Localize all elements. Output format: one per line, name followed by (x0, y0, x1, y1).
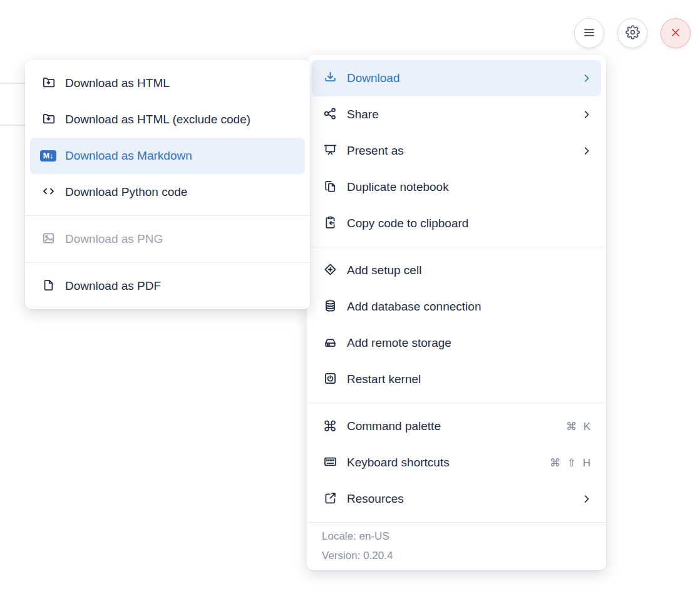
menu-item-label: Share (347, 108, 575, 121)
icon-slot (322, 142, 338, 160)
diamond-plus-icon (322, 262, 338, 280)
menu-item-download-as-html-exclude-code[interactable]: Download as HTML (exclude code) (30, 101, 305, 138)
menu-section: Download as PDF (25, 262, 310, 309)
menu-item-label: Duplicate notebook (347, 180, 592, 194)
presentation-icon (322, 142, 338, 160)
icon-slot: ⌘ (322, 419, 338, 434)
icon-slot (40, 277, 56, 295)
command-icon: ⌘ (323, 419, 337, 434)
settings-button[interactable] (617, 18, 647, 48)
menu-item-label: Download as PDF (65, 279, 296, 293)
menu-item-label: Download as HTML (65, 76, 296, 90)
menu-section: Download as HTMLDownload as HTML (exclud… (25, 60, 310, 215)
menu-item-download-as-pdf[interactable]: Download as PDF (30, 268, 305, 304)
chevron-right-icon (581, 145, 592, 157)
background-rule-bottom (0, 125, 25, 126)
folder-download-icon (41, 111, 56, 129)
menu-item-resources[interactable]: Resources (312, 481, 601, 517)
menu-item-download-as-png: Download as PNG (30, 221, 305, 257)
icon-slot (322, 334, 338, 352)
menu-item-share[interactable]: Share (312, 96, 601, 133)
menu-item-restart-kernel[interactable]: Restart kernel (312, 361, 601, 398)
menu-item-present-as[interactable]: Present as (312, 133, 601, 169)
menu-item-label: Add database connection (347, 300, 592, 314)
menu-item-add-database-connection[interactable]: Add database connection (312, 289, 601, 325)
close-icon (669, 26, 682, 41)
menu-section: Download as PNG (25, 215, 310, 262)
menu-item-label: Add setup cell (347, 264, 592, 277)
file-icon (41, 277, 56, 295)
folder-download-icon (41, 74, 56, 93)
background-rule-top (0, 83, 25, 84)
menu-item-add-remote-storage[interactable]: Add remote storage (312, 325, 601, 361)
icon-slot: M↓ (40, 150, 56, 162)
menu-item-label: Download (347, 71, 575, 85)
locale-text: Locale: en-US (322, 526, 591, 546)
window-controls (574, 18, 691, 48)
menu-item-label: Download Python code (65, 185, 296, 199)
icon-slot (322, 298, 338, 316)
icon-slot (322, 262, 338, 280)
menu-item-download[interactable]: Download (312, 60, 601, 96)
chevron-right-icon (581, 109, 592, 120)
menu-item-label: Resources (347, 492, 575, 506)
menu-item-copy-code-to-clipboard[interactable]: Copy code to clipboard (312, 205, 601, 242)
menu-item-download-as-html[interactable]: Download as HTML (30, 65, 305, 101)
menu-item-keyboard-shortcuts[interactable]: Keyboard shortcuts⌘ ⇧ H (312, 444, 601, 481)
chevron-right-icon (581, 73, 592, 84)
menu-item-label: Copy code to clipboard (347, 217, 592, 230)
menu-item-add-setup-cell[interactable]: Add setup cell (312, 252, 601, 289)
duplicate-icon (322, 178, 338, 197)
storage-drive-icon (322, 334, 338, 352)
keyboard-icon (322, 454, 338, 472)
shortcut-hint: ⌘ K (566, 420, 592, 433)
notebook-menu: DownloadSharePresent asDuplicate noteboo… (307, 55, 606, 570)
icon-slot (40, 74, 56, 93)
menu-footer: Locale: en-USVersion: 0.20.4 (307, 522, 606, 570)
menu-item-label: Download as Markdown (65, 149, 296, 163)
menu-item-label: Present as (347, 144, 575, 158)
version-text: Version: 0.20.4 (322, 546, 591, 565)
menu-button[interactable] (574, 18, 604, 48)
power-icon (322, 371, 338, 389)
menu-item-label: Download as HTML (exclude code) (65, 113, 296, 126)
menu-item-download-python-code[interactable]: Download Python code (30, 174, 305, 210)
menu-section: Add setup cellAdd database connectionAdd… (307, 247, 606, 403)
icon-slot (40, 183, 56, 202)
icon-slot (322, 454, 338, 472)
icon-slot (322, 371, 338, 389)
share-icon (322, 106, 338, 124)
markdown-icon: M↓ (40, 150, 56, 162)
icon-slot (40, 111, 56, 129)
hamburger-icon (582, 25, 597, 42)
code-icon (41, 183, 56, 202)
icon-slot (322, 215, 338, 233)
icon-slot (40, 230, 56, 249)
close-button[interactable] (661, 18, 691, 48)
menu-item-label: Keyboard shortcuts (347, 456, 543, 470)
icon-slot (322, 106, 338, 124)
icon-slot (322, 178, 338, 197)
menu-item-command-palette[interactable]: ⌘Command palette⌘ K (312, 408, 601, 444)
icon-slot (322, 490, 338, 508)
menu-section: DownloadSharePresent asDuplicate noteboo… (307, 55, 606, 247)
chevron-right-icon (581, 493, 592, 505)
download-submenu: Download as HTMLDownload as HTML (exclud… (25, 60, 310, 309)
menu-item-label: Download as PNG (65, 232, 296, 246)
clipboard-import-icon (322, 215, 338, 233)
menu-item-download-as-markdown[interactable]: M↓Download as Markdown (30, 138, 305, 174)
external-link-icon (322, 490, 338, 508)
menu-item-duplicate-notebook[interactable]: Duplicate notebook (312, 169, 601, 205)
database-icon (322, 298, 338, 316)
gear-icon (625, 25, 640, 41)
menu-section: ⌘Command palette⌘ KKeyboard shortcuts⌘ ⇧… (307, 403, 606, 522)
shortcut-hint: ⌘ ⇧ H (550, 456, 592, 470)
download-icon (322, 69, 338, 88)
image-icon (41, 230, 56, 249)
menu-item-label: Command palette (347, 419, 560, 433)
icon-slot (322, 69, 338, 88)
menu-item-label: Add remote storage (347, 336, 592, 350)
menu-item-label: Restart kernel (347, 372, 592, 386)
